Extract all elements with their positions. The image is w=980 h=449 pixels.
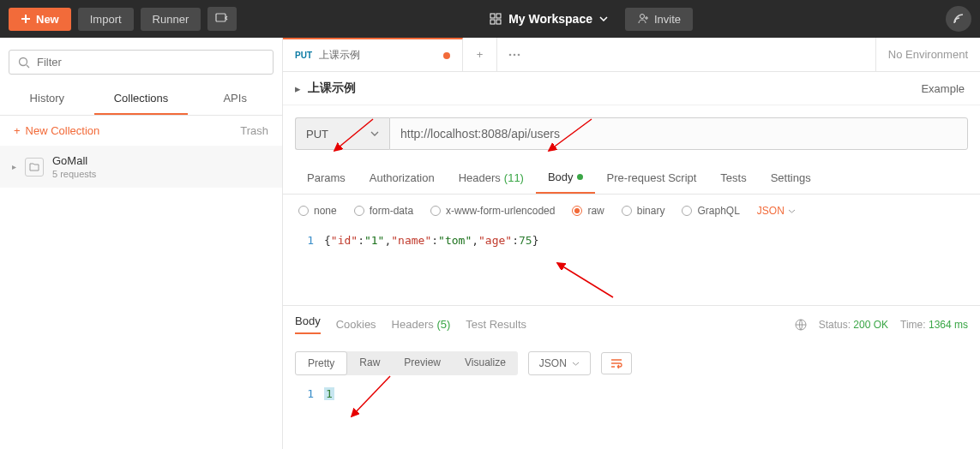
svg-rect-1 xyxy=(490,14,495,18)
headers-count: (11) xyxy=(504,171,524,184)
request-tab[interactable]: PUT 上课示例 xyxy=(283,38,463,71)
svg-point-5 xyxy=(640,15,644,19)
new-button[interactable]: New xyxy=(9,8,71,31)
time-label: Time: xyxy=(900,319,926,331)
body-type-formdata[interactable]: form-data xyxy=(354,205,413,217)
resp-tab-headers[interactable]: Headers (5) xyxy=(392,318,451,331)
tab-history[interactable]: History xyxy=(0,83,94,115)
app-header: New Import Runner My Workspace Invite xyxy=(0,0,980,38)
chevron-right-icon: ▸ xyxy=(12,162,16,171)
new-window-button[interactable] xyxy=(207,7,237,31)
url-row: PUT xyxy=(283,105,980,162)
environment-select[interactable]: No Environment xyxy=(875,38,980,71)
wrap-icon xyxy=(610,358,622,368)
annotation-arrow-icon xyxy=(540,115,600,158)
wrap-lines-button[interactable] xyxy=(601,352,632,374)
subtab-settings[interactable]: Settings xyxy=(759,162,823,194)
svg-point-7 xyxy=(509,53,512,56)
window-icon xyxy=(215,13,229,25)
resp-tab-cookies[interactable]: Cookies xyxy=(336,318,376,331)
resp-headers-count: (5) xyxy=(436,318,450,331)
examples-link[interactable]: Example xyxy=(921,82,968,95)
plus-icon xyxy=(21,14,31,24)
workspace-label: My Workspace xyxy=(508,12,592,26)
filter-box[interactable] xyxy=(9,50,274,75)
annotation-arrow-icon xyxy=(549,259,617,302)
tab-collections[interactable]: Collections xyxy=(94,83,189,115)
line-number: 1 xyxy=(298,387,324,400)
new-label: New xyxy=(36,13,59,26)
annotation-arrow-icon xyxy=(326,115,377,158)
chevron-down-icon xyxy=(599,16,608,21)
subtab-headers[interactable]: Headers (11) xyxy=(447,162,536,194)
body-dot-icon xyxy=(577,174,583,180)
tab-more-button[interactable] xyxy=(497,38,532,71)
code-line-1: {"id":"1","name":"tom","age":75} xyxy=(324,234,539,247)
dots-icon xyxy=(508,53,520,57)
plus-icon: + xyxy=(14,124,21,137)
resp-tab-tests[interactable]: Test Results xyxy=(466,318,526,331)
resp-view-preview[interactable]: Preview xyxy=(392,351,453,375)
unsaved-indicator-icon xyxy=(443,52,450,59)
sync-icon-button[interactable] xyxy=(946,6,971,32)
request-subtabs: Params Authorization Headers (11) Body P… xyxy=(283,162,980,195)
svg-rect-4 xyxy=(496,20,501,24)
collection-item[interactable]: ▸ GoMall 5 requests xyxy=(0,146,282,188)
invite-button[interactable]: Invite xyxy=(625,8,693,31)
svg-point-6 xyxy=(20,57,27,65)
time-value: 1364 ms xyxy=(929,319,968,331)
response-format-select[interactable]: JSON xyxy=(528,351,591,375)
add-tab-button[interactable]: + xyxy=(463,38,497,71)
body-type-none[interactable]: none xyxy=(298,205,337,217)
svg-rect-2 xyxy=(496,14,501,18)
status-code: 200 OK xyxy=(853,319,888,331)
breadcrumb-row: ▸ 上课示例 Example xyxy=(283,72,980,105)
body-type-row: none form-data x-www-form-urlencoded raw… xyxy=(283,195,980,227)
url-input[interactable] xyxy=(389,117,968,150)
request-body-editor[interactable]: 1 {"id":"1","name":"tom","age":75} xyxy=(283,227,980,254)
response-header: Body Cookies Headers (5) Test Results St… xyxy=(283,306,980,343)
sidebar-tabs: History Collections APIs xyxy=(0,83,282,116)
sidebar: History Collections APIs + New Collectio… xyxy=(0,38,283,449)
svg-point-9 xyxy=(518,53,520,56)
workspace-switcher[interactable]: My Workspace xyxy=(490,12,608,26)
svg-rect-3 xyxy=(490,20,495,24)
resp-tab-body[interactable]: Body xyxy=(295,314,321,334)
new-collection-button[interactable]: + New Collection xyxy=(14,124,99,137)
breadcrumb-toggle-icon[interactable]: ▸ xyxy=(295,82,301,95)
body-type-raw[interactable]: raw xyxy=(572,205,604,217)
body-type-graphql[interactable]: GraphQL xyxy=(682,205,739,217)
folder-icon xyxy=(25,158,44,177)
filter-input[interactable] xyxy=(37,56,264,69)
import-button[interactable]: Import xyxy=(78,8,134,31)
svg-line-12 xyxy=(549,119,592,151)
grid-icon xyxy=(490,13,502,25)
globe-icon[interactable] xyxy=(795,319,807,331)
annotation-arrow-icon xyxy=(343,372,394,423)
subtab-body[interactable]: Body xyxy=(536,162,595,194)
subtab-prerequest[interactable]: Pre-request Script xyxy=(595,162,709,194)
status-label: Status: xyxy=(819,319,851,331)
subtab-authorization[interactable]: Authorization xyxy=(358,162,447,194)
tab-method: PUT xyxy=(295,51,312,60)
svg-line-13 xyxy=(557,263,613,297)
body-type-binary[interactable]: binary xyxy=(622,205,665,217)
chevron-down-icon xyxy=(788,209,796,213)
invite-label: Invite xyxy=(654,13,681,26)
tab-name: 上课示例 xyxy=(319,48,436,63)
request-tabs-row: PUT 上课示例 + No Environment xyxy=(283,38,980,72)
main-area: PUT 上课示例 + No Environment ▸ 上课示例 Example… xyxy=(283,38,980,449)
svg-line-11 xyxy=(334,119,373,151)
resp-view-visualize[interactable]: Visualize xyxy=(453,351,518,375)
body-type-urlencoded[interactable]: x-www-form-urlencoded xyxy=(430,205,555,217)
body-format-select[interactable]: JSON xyxy=(757,205,796,217)
tab-apis[interactable]: APIs xyxy=(188,83,282,115)
chevron-down-icon xyxy=(572,362,580,366)
subtab-tests[interactable]: Tests xyxy=(708,162,758,194)
new-collection-label: New Collection xyxy=(26,124,100,137)
person-add-icon xyxy=(637,13,649,25)
resp-view-pretty[interactable]: Pretty xyxy=(295,351,347,375)
runner-button[interactable]: Runner xyxy=(141,8,201,31)
trash-link[interactable]: Trash xyxy=(240,124,268,137)
subtab-params[interactable]: Params xyxy=(295,162,358,194)
